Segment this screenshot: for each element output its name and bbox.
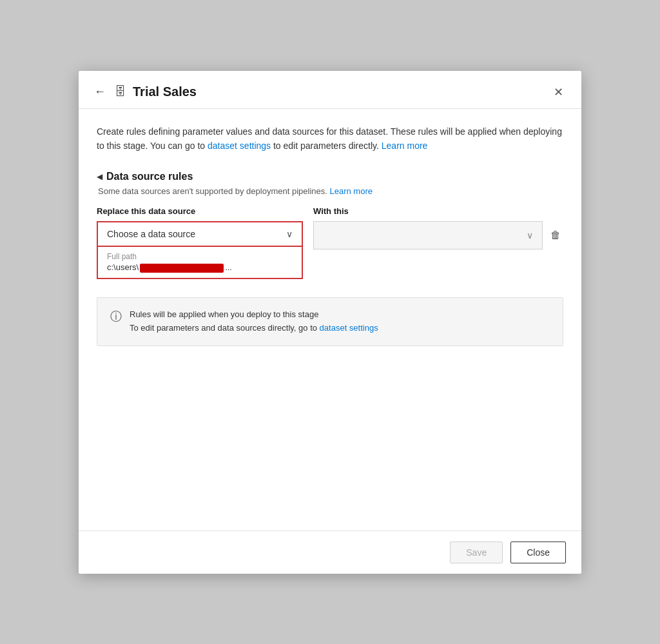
source-dropdown-container: Choose a data source ∨ Full path c:\user… (97, 221, 303, 247)
section-subtitle: Some data sources aren't supported by de… (98, 186, 563, 196)
section-title: Data source rules (106, 171, 193, 182)
columns-header: Replace this data source With this (97, 206, 563, 216)
dropdown-placeholder: Choose a data source (107, 229, 195, 239)
data-source-rules-section: ◀ Data source rules Some data sources ar… (97, 171, 563, 249)
dialog: ← 🗄 Trial Sales ✕ Create rules defining … (79, 71, 581, 574)
back-button[interactable]: ← (94, 85, 106, 99)
learn-more-link2[interactable]: Learn more (329, 186, 372, 196)
with-this-dropdown[interactable]: ∨ (313, 221, 543, 249)
source-dropdown[interactable]: Choose a data source ∨ (97, 221, 303, 247)
dialog-footer: Save Close (79, 531, 581, 574)
learn-more-link1[interactable]: Learn more (382, 141, 428, 151)
info-icon: ⓘ (110, 309, 122, 324)
section-header: ◀ Data source rules (97, 171, 563, 182)
dialog-title: Trial Sales (133, 84, 545, 99)
datasource-row: Choose a data source ∨ Full path c:\user… (97, 221, 563, 249)
section-chevron-icon: ◀ (97, 172, 102, 181)
save-button[interactable]: Save (450, 542, 503, 563)
intro-text: Create rules defining parameter values a… (97, 124, 563, 153)
close-button[interactable]: Close (510, 542, 566, 563)
dataset-settings-link1[interactable]: dataset settings (208, 141, 271, 151)
with-this-col: ∨ 🗑 (313, 221, 563, 249)
item-value: c:\users\... (107, 262, 293, 273)
redacted-path (140, 264, 224, 273)
dataset-icon: 🗄 (115, 85, 126, 99)
delete-icon: 🗑 (550, 229, 561, 241)
info-box: ⓘ Rules will be applied when you deploy … (97, 297, 563, 346)
close-icon[interactable]: ✕ (551, 84, 566, 101)
info-text: Rules will be applied when you deploy to… (130, 308, 378, 335)
dataset-settings-link2[interactable]: dataset settings (320, 323, 378, 333)
delete-button[interactable]: 🗑 (548, 227, 563, 244)
dialog-header: ← 🗄 Trial Sales ✕ (79, 71, 581, 109)
col-left-label: Replace this data source (97, 206, 303, 216)
dropdown-chevron-icon: ∨ (286, 229, 293, 239)
dialog-body: Create rules defining parameter values a… (79, 109, 581, 531)
dropdown-menu: Full path c:\users\... (97, 247, 303, 279)
col-right-label: With this (313, 206, 563, 216)
dropdown-menu-item[interactable]: Full path c:\users\... (98, 247, 302, 278)
item-label: Full path (107, 252, 293, 261)
with-dropdown-chevron-icon: ∨ (527, 230, 533, 240)
